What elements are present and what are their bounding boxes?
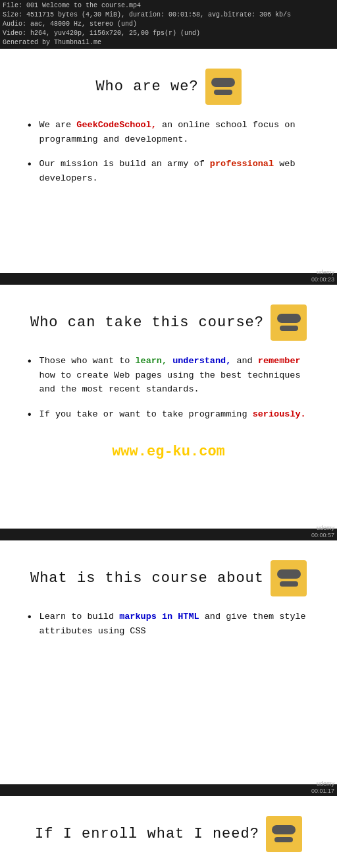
- slide4-logo-icon: [266, 816, 302, 852]
- file-info-bar: File: 001 Welcome to the course.mp4 Size…: [0, 0, 337, 49]
- slide1-b1-prefix: We are: [39, 120, 77, 130]
- slide2-title: Who can take this course?: [30, 314, 264, 331]
- slide3-logo-icon: [271, 560, 307, 596]
- slide2-bullet1: Those who want to learn, understand, and…: [26, 354, 311, 397]
- slide2-b1-h1: learn,: [135, 356, 167, 366]
- slide1-bullet2-text: Our mission is build an army of professi…: [39, 157, 311, 185]
- slide1-logo-icon: [205, 69, 242, 105]
- slide2-bullet2-text: If you take or want to take programming …: [39, 407, 311, 422]
- watermark2-line2: 00:00:57: [311, 532, 334, 539]
- slide1-bullet1-text: We are GeekCodeSchool, an online school …: [39, 118, 311, 146]
- slide1-header: Who are we?: [26, 69, 311, 105]
- slide2-b1-h2: understand,: [172, 356, 231, 366]
- slide1-bullet2: Our mission is build an army of professi…: [26, 157, 311, 185]
- slide2-logo-icon: [271, 304, 307, 341]
- slide2-b1-mid2: and: [231, 356, 258, 366]
- slide3-bullet-list: Learn to build markups in HTML and give …: [26, 610, 311, 638]
- slide2-b2-prefix: If you take or want to take programming: [39, 409, 253, 419]
- slide2-b1-h3: remember: [258, 356, 301, 366]
- slide3-b1-h1: markups in HTML: [119, 612, 199, 622]
- watermark3: udemy 00:01:17: [311, 780, 334, 795]
- gap1: udemy 00:00:23: [0, 273, 337, 285]
- gap2: udemy 00:00:57: [0, 529, 337, 540]
- slide3-header: What is this course about: [26, 560, 311, 596]
- slide1-b2-highlight: professional: [210, 159, 274, 169]
- slide1-b1-brand: GeekCodeSchool,: [76, 120, 157, 130]
- watermark1: udemy 00:00:23: [311, 269, 334, 283]
- file-info-line1: File: 001 Welcome to the course.mp4: [3, 1, 334, 11]
- file-info-line2: Size: 4511715 bytes (4,30 MiB), duration…: [3, 11, 334, 20]
- slide1-b2-prefix: Our mission is build an army of: [39, 159, 210, 169]
- slide4-bullet1-text: Access to a computer with:: [39, 865, 311, 868]
- slide1-bullet-list: We are GeekCodeSchool, an online school …: [26, 118, 311, 185]
- slide2-header: Who can take this course?: [26, 304, 311, 341]
- slide3-bullet1-text: Learn to build markups in HTML and give …: [39, 610, 311, 638]
- slide1-title: Who are we?: [95, 78, 198, 95]
- slide4-header: If I enroll what I need?: [26, 816, 311, 852]
- slide2-bullet1-text: Those who want to learn, understand, and…: [39, 354, 311, 397]
- slide-enroll: If I enroll what I need? Access to a com…: [0, 796, 337, 868]
- slide1-bullet1: We are GeekCodeSchool, an online school …: [26, 118, 311, 146]
- slide4-title: If I enroll what I need?: [35, 826, 259, 842]
- slide2-b2-highlight: seriously.: [253, 409, 306, 419]
- watermark1-line1: udemy: [311, 269, 334, 276]
- watermark2: udemy 00:00:57: [311, 525, 334, 539]
- file-info-line3: Audio: aac, 48000 Hz, stereo (und): [3, 20, 334, 29]
- slide2-b1-space: [167, 356, 172, 366]
- slide-who-are-we: Who are we? We are GeekCodeSchool, an on…: [0, 49, 337, 273]
- slide3-title: What is this course about: [30, 570, 264, 587]
- slide-what-about: What is this course about Learn to build…: [0, 540, 337, 784]
- slide2-bullet2: If you take or want to take programming …: [26, 407, 311, 424]
- slide-who-can-take: Who can take this course? Those who want…: [0, 285, 337, 529]
- gap3: udemy 00:01:17: [0, 784, 337, 796]
- slide4-bullet-list: Access to a computer with: A web browser…: [26, 865, 311, 868]
- file-info-line5: Generated by Thumbnail.me: [3, 38, 334, 47]
- slide2-b1-suffix: how to create Web pages using the best t…: [39, 370, 301, 395]
- watermark3-line1: udemy: [311, 780, 334, 788]
- watermark3-line2: 00:01:17: [311, 788, 334, 795]
- file-info-line4: Video: h264, yuv420p, 1156x720, 25,00 fp…: [3, 29, 334, 38]
- slide3-b1-prefix: Learn to build: [39, 612, 120, 622]
- watermark1-line2: 00:00:23: [311, 276, 334, 283]
- slide2-b1-prefix: Those who want to: [39, 356, 136, 366]
- slide3-bullet1: Learn to build markups in HTML and give …: [26, 610, 311, 638]
- website-url: www.eg-ku.com: [26, 444, 311, 460]
- slide2-bullet-list: Those who want to learn, understand, and…: [26, 354, 311, 424]
- watermark2-line1: udemy: [311, 525, 334, 532]
- slide4-bullet1: Access to a computer with:: [26, 865, 311, 868]
